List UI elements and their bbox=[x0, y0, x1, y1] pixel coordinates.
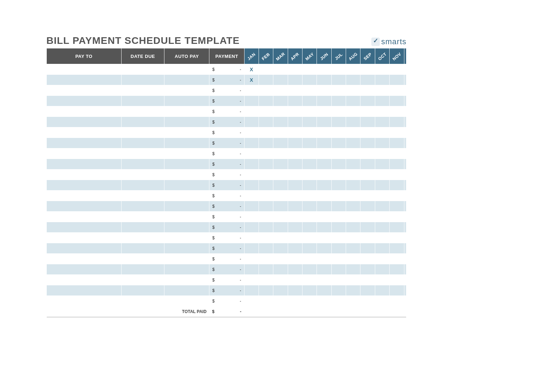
cell-date-due[interactable] bbox=[122, 117, 164, 127]
cell-month[interactable] bbox=[288, 222, 302, 233]
cell-payment[interactable]: $- bbox=[209, 201, 244, 212]
cell-month[interactable] bbox=[404, 127, 406, 138]
cell-auto-pay[interactable] bbox=[164, 117, 209, 127]
cell-auto-pay[interactable] bbox=[164, 233, 209, 243]
cell-month[interactable] bbox=[346, 106, 360, 117]
cell-date-due[interactable] bbox=[122, 254, 164, 264]
cell-month[interactable] bbox=[273, 138, 288, 148]
cell-month[interactable] bbox=[375, 296, 389, 306]
cell-month[interactable] bbox=[375, 254, 389, 264]
cell-month[interactable] bbox=[273, 285, 288, 296]
cell-month[interactable] bbox=[244, 233, 259, 243]
cell-month[interactable] bbox=[375, 243, 389, 254]
cell-month[interactable] bbox=[331, 212, 346, 222]
cell-month[interactable] bbox=[259, 170, 273, 180]
cell-month[interactable] bbox=[346, 264, 360, 275]
cell-month[interactable] bbox=[244, 222, 259, 233]
cell-month[interactable] bbox=[302, 296, 317, 306]
cell-auto-pay[interactable] bbox=[164, 180, 209, 191]
cell-pay-to[interactable] bbox=[47, 85, 122, 96]
cell-month[interactable] bbox=[404, 159, 406, 170]
cell-month[interactable] bbox=[302, 264, 317, 275]
cell-pay-to[interactable] bbox=[47, 148, 122, 159]
cell-pay-to[interactable] bbox=[47, 201, 122, 212]
cell-month[interactable] bbox=[390, 148, 404, 159]
cell-month[interactable] bbox=[244, 254, 259, 264]
cell-pay-to[interactable] bbox=[47, 180, 122, 191]
cell-month[interactable] bbox=[259, 275, 273, 285]
cell-pay-to[interactable] bbox=[47, 264, 122, 275]
cell-auto-pay[interactable] bbox=[164, 254, 209, 264]
cell-month[interactable] bbox=[302, 191, 317, 201]
cell-month[interactable] bbox=[375, 212, 389, 222]
cell-month[interactable] bbox=[390, 138, 404, 148]
cell-month[interactable] bbox=[404, 64, 406, 75]
cell-month[interactable] bbox=[331, 233, 346, 243]
cell-payment[interactable]: $- bbox=[209, 296, 244, 306]
cell-pay-to[interactable] bbox=[47, 138, 122, 148]
cell-month[interactable] bbox=[259, 243, 273, 254]
cell-month[interactable] bbox=[317, 127, 331, 138]
cell-auto-pay[interactable] bbox=[164, 264, 209, 275]
cell-auto-pay[interactable] bbox=[164, 212, 209, 222]
cell-month[interactable] bbox=[404, 117, 406, 127]
cell-month[interactable] bbox=[288, 254, 302, 264]
cell-month[interactable] bbox=[331, 148, 346, 159]
cell-month[interactable] bbox=[317, 96, 331, 106]
cell-month[interactable] bbox=[273, 180, 288, 191]
cell-pay-to[interactable] bbox=[47, 233, 122, 243]
cell-month[interactable] bbox=[273, 106, 288, 117]
cell-month[interactable] bbox=[288, 275, 302, 285]
cell-month[interactable] bbox=[259, 159, 273, 170]
cell-month[interactable] bbox=[302, 254, 317, 264]
cell-month[interactable] bbox=[302, 106, 317, 117]
cell-month[interactable] bbox=[390, 212, 404, 222]
cell-payment[interactable]: $- bbox=[209, 159, 244, 170]
cell-month[interactable] bbox=[360, 64, 375, 75]
cell-month[interactable] bbox=[244, 85, 259, 96]
cell-month[interactable] bbox=[360, 170, 375, 180]
cell-date-due[interactable] bbox=[122, 233, 164, 243]
cell-month[interactable] bbox=[404, 75, 406, 85]
cell-month[interactable] bbox=[375, 275, 389, 285]
cell-auto-pay[interactable] bbox=[164, 159, 209, 170]
cell-payment[interactable]: $- bbox=[209, 212, 244, 222]
cell-month[interactable] bbox=[404, 96, 406, 106]
cell-month[interactable] bbox=[375, 96, 389, 106]
cell-pay-to[interactable] bbox=[47, 159, 122, 170]
cell-month[interactable] bbox=[346, 191, 360, 201]
cell-month[interactable] bbox=[288, 243, 302, 254]
cell-month[interactable] bbox=[375, 170, 389, 180]
cell-payment[interactable]: $- bbox=[209, 254, 244, 264]
cell-date-due[interactable] bbox=[122, 222, 164, 233]
cell-auto-pay[interactable] bbox=[164, 148, 209, 159]
cell-month[interactable] bbox=[375, 191, 389, 201]
cell-date-due[interactable] bbox=[122, 275, 164, 285]
cell-month[interactable] bbox=[273, 117, 288, 127]
cell-month[interactable] bbox=[244, 296, 259, 306]
cell-month[interactable] bbox=[331, 75, 346, 85]
cell-auto-pay[interactable] bbox=[164, 191, 209, 201]
cell-month[interactable] bbox=[360, 180, 375, 191]
cell-month[interactable] bbox=[302, 243, 317, 254]
cell-pay-to[interactable] bbox=[47, 275, 122, 285]
cell-month[interactable] bbox=[390, 275, 404, 285]
cell-month[interactable] bbox=[390, 201, 404, 212]
cell-month[interactable] bbox=[288, 75, 302, 85]
cell-month[interactable] bbox=[346, 75, 360, 85]
cell-month[interactable] bbox=[404, 264, 406, 275]
cell-month[interactable] bbox=[302, 222, 317, 233]
cell-month[interactable] bbox=[273, 201, 288, 212]
cell-month[interactable] bbox=[288, 117, 302, 127]
cell-month[interactable] bbox=[375, 159, 389, 170]
cell-month[interactable] bbox=[360, 117, 375, 127]
cell-month[interactable] bbox=[317, 285, 331, 296]
cell-month[interactable] bbox=[375, 264, 389, 275]
cell-month[interactable] bbox=[244, 201, 259, 212]
cell-month[interactable] bbox=[375, 233, 389, 243]
cell-month[interactable] bbox=[375, 64, 389, 75]
cell-month[interactable] bbox=[317, 243, 331, 254]
cell-auto-pay[interactable] bbox=[164, 170, 209, 180]
cell-month[interactable] bbox=[346, 243, 360, 254]
cell-month[interactable] bbox=[317, 212, 331, 222]
